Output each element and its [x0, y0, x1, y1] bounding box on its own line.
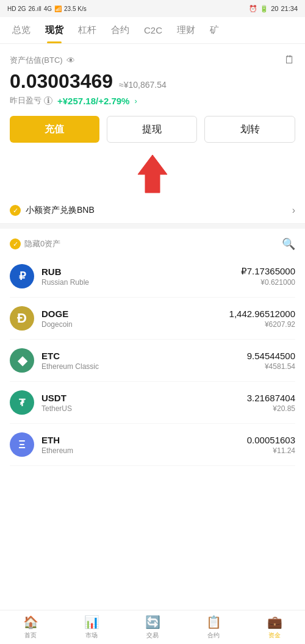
- withdraw-button[interactable]: 提现: [107, 116, 198, 143]
- asset-list-section: ✓ 隐藏0资产 🔍 ₽ RUB Russian Ruble ₽7.1736500…: [0, 229, 305, 466]
- status-bar: HD 2G 26.ıll 4G 📶 23.5 K/s ⏰ 🔋 20 21:34: [0, 0, 305, 17]
- bnb-check-icon: ✓: [10, 205, 21, 216]
- doge-value: 1,442.96512000: [229, 309, 295, 319]
- red-arrow-svg: [134, 152, 171, 195]
- etc-cny: ¥4581.54: [247, 362, 295, 371]
- rub-amount: ₽7.17365000 ¥0.621000: [241, 266, 295, 287]
- bottom-nav: 🏠 首页 📊 市场 🔄 交易 📋 合约 💼 资金: [0, 610, 305, 644]
- status-battery: 20: [271, 5, 278, 12]
- status-4g: 4G: [44, 5, 52, 12]
- eth-value: 0.00051603: [247, 435, 295, 445]
- etc-info: ETC Ethereum Classic: [41, 351, 247, 371]
- usdt-info: USDT TetherUS: [41, 393, 247, 413]
- hide-zero-toggle[interactable]: ✓ 隐藏0资产: [10, 238, 60, 249]
- asset-label-text: 资产估值(BTC): [10, 55, 63, 66]
- tab-mining[interactable]: 矿: [203, 17, 226, 43]
- pnl-chevron[interactable]: ›: [134, 96, 137, 106]
- list-item[interactable]: ₽ RUB Russian Ruble ₽7.17365000 ¥0.62100…: [10, 256, 295, 298]
- eth-cny: ¥11.24: [247, 446, 295, 455]
- contract-label: 合约: [207, 631, 220, 640]
- deposit-button[interactable]: 充值: [10, 116, 99, 143]
- tab-leverage[interactable]: 杠杆: [71, 17, 104, 43]
- doge-symbol: DOGE: [41, 309, 229, 319]
- rub-icon: ₽: [10, 264, 34, 288]
- doge-icon: Ð: [10, 306, 34, 331]
- tab-finance[interactable]: 理财: [170, 17, 203, 43]
- btc-amount: 0.03003469: [10, 70, 113, 93]
- coin-list: ₽ RUB Russian Ruble ₽7.17365000 ¥0.62100…: [10, 256, 295, 466]
- bnb-banner[interactable]: ✓ 小额资产兑换BNB ›: [0, 198, 305, 224]
- assets-icon: 💼: [267, 615, 282, 629]
- bnb-banner-left: ✓ 小额资产兑换BNB: [10, 205, 95, 216]
- eth-info: ETH Ethereum: [41, 435, 247, 455]
- info-icon: ℹ: [44, 96, 52, 105]
- etc-icon: ◆: [10, 348, 34, 373]
- asset-list-header: ✓ 隐藏0资产 🔍: [10, 229, 295, 256]
- tab-spot[interactable]: 现货: [38, 17, 71, 43]
- market-icon: 📊: [84, 615, 99, 629]
- home-label: 首页: [24, 631, 37, 640]
- status-signal: 26.ıll: [29, 5, 41, 12]
- assets-label: 资金: [268, 631, 281, 640]
- action-buttons: 充值 提现 划转: [10, 116, 295, 143]
- status-speed: 23.5 K/s: [64, 5, 87, 12]
- rub-info: RUB Russian Ruble: [41, 267, 241, 287]
- nav-tabs: 总览 现货 杠杆 合约 C2C 理财 矿: [0, 17, 305, 44]
- tab-overview[interactable]: 总览: [5, 17, 38, 43]
- nav-trade[interactable]: 🔄 交易: [122, 611, 183, 643]
- list-item[interactable]: ◆ ETC Ethereum Classic 9.54544500 ¥4581.…: [10, 340, 295, 382]
- nav-contract[interactable]: 📋 合约: [183, 611, 244, 643]
- tab-contract[interactable]: 合约: [104, 17, 137, 43]
- hide-zero-check: ✓: [10, 238, 21, 249]
- status-right: ⏰ 🔋 20 21:34: [249, 5, 298, 13]
- rub-symbol: RUB: [41, 267, 241, 277]
- transfer-button[interactable]: 划转: [204, 116, 295, 143]
- eth-amount: 0.00051603 ¥11.24: [247, 435, 295, 455]
- eye-icon[interactable]: 👁: [66, 55, 75, 65]
- hide-zero-label: 隐藏0资产: [24, 238, 60, 249]
- doge-cny: ¥6207.92: [229, 320, 295, 329]
- nav-market[interactable]: 📊 市场: [61, 611, 122, 643]
- asset-header: 资产估值(BTC) 👁 🗒: [10, 54, 295, 66]
- market-label: 市场: [85, 631, 98, 640]
- usdt-value: 3.21687404: [247, 393, 295, 403]
- etc-name: Ethereum Classic: [41, 362, 247, 371]
- eth-icon: Ξ: [10, 432, 34, 457]
- svg-marker-0: [138, 155, 167, 193]
- pnl-row: 昨日盈亏 ℹ +¥257.18/+2.79% ›: [10, 95, 295, 106]
- main-content: 资产估值(BTC) 👁 🗒 0.03003469 ≈¥10,867.54 昨日盈…: [0, 44, 305, 195]
- battery-icon: 🔋: [260, 5, 268, 13]
- doge-info: DOGE Dogecoin: [41, 309, 229, 329]
- eth-name: Ethereum: [41, 446, 247, 455]
- etc-amount: 9.54544500 ¥4581.54: [247, 351, 295, 371]
- home-icon: 🏠: [23, 615, 38, 629]
- arrow-annotation: [10, 152, 295, 195]
- pnl-value: +¥257.18/+2.79%: [57, 96, 129, 106]
- receipt-icon[interactable]: 🗒: [284, 54, 295, 66]
- eth-symbol: ETH: [41, 435, 247, 445]
- doge-name: Dogecoin: [41, 320, 229, 329]
- list-item[interactable]: Ð DOGE Dogecoin 1,442.96512000 ¥6207.92: [10, 298, 295, 340]
- bottom-spacer: [0, 466, 305, 515]
- rub-cny: ¥0.621000: [241, 278, 295, 287]
- usdt-symbol: USDT: [41, 393, 247, 403]
- status-time: 21:34: [281, 5, 298, 12]
- status-network: HD 2G: [7, 5, 26, 12]
- list-item[interactable]: ₮ USDT TetherUS 3.21687404 ¥20.85: [10, 382, 295, 424]
- tab-c2c[interactable]: C2C: [137, 18, 170, 43]
- etc-symbol: ETC: [41, 351, 247, 361]
- divider: [0, 224, 305, 229]
- nav-assets[interactable]: 💼 资金: [244, 611, 305, 643]
- trade-label: 交易: [146, 631, 159, 640]
- bnb-banner-text: 小额资产兑换BNB: [26, 205, 95, 216]
- search-icon[interactable]: 🔍: [282, 237, 295, 251]
- wifi-icon: 📶: [54, 5, 62, 12]
- cny-approx: ≈¥10,867.54: [119, 80, 167, 90]
- asset-label: 资产估值(BTC) 👁: [10, 55, 75, 66]
- doge-amount: 1,442.96512000 ¥6207.92: [229, 309, 295, 329]
- contract-icon: 📋: [206, 615, 221, 629]
- status-left: HD 2G 26.ıll 4G 📶 23.5 K/s: [7, 5, 87, 12]
- trade-icon: 🔄: [145, 615, 160, 629]
- list-item[interactable]: Ξ ETH Ethereum 0.00051603 ¥11.24: [10, 424, 295, 466]
- nav-home[interactable]: 🏠 首页: [0, 611, 61, 643]
